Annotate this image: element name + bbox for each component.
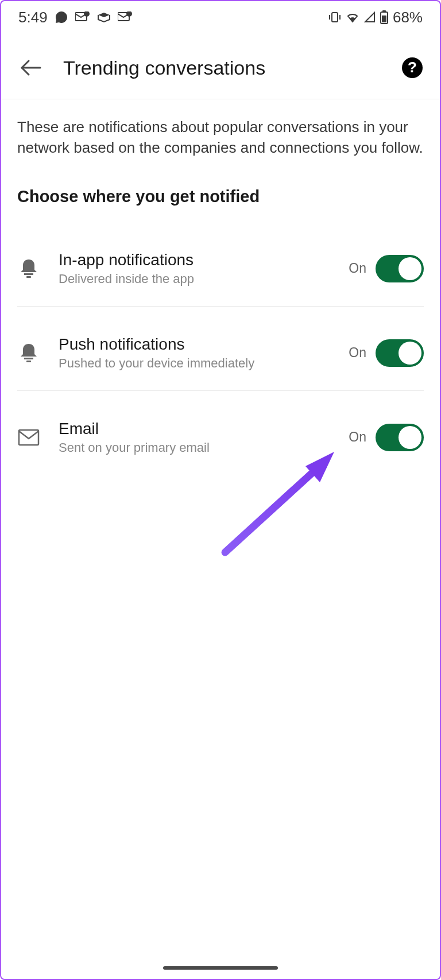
vibrate-icon [328,11,341,23]
home-indicator[interactable] [163,966,278,970]
setting-control: On [349,255,424,282]
toggle-knob [399,342,421,365]
setting-subtitle: Pushed to your device immediately [59,356,349,371]
svg-rect-4 [332,13,338,22]
setting-email: Email Sent on your primary email On [17,409,424,475]
battery-icon [380,10,388,24]
svg-rect-13 [24,273,33,275]
bell-icon [17,257,40,280]
signal-icon [364,11,376,23]
toggle-label: On [349,429,366,445]
svg-text:?: ? [408,59,417,76]
setting-text: In-app notifications Delivered inside th… [59,251,349,286]
mail-icon-1 [75,11,90,23]
toggle-push[interactable] [376,339,424,367]
status-bar-right: 68% [328,9,423,26]
setting-control: On [349,424,424,451]
setting-push: Push notifications Pushed to your device… [17,325,424,391]
setting-subtitle: Delivered inside the app [59,272,349,286]
wifi-icon [346,11,359,23]
toggle-inapp[interactable] [376,255,424,282]
page-description: These are notifications about popular co… [17,117,424,158]
status-bar-left: 5:49 [18,9,133,26]
setting-title: Push notifications [59,335,349,354]
battery-percent: 68% [393,9,423,26]
toggle-label: On [349,261,366,276]
mail-icon-2 [118,11,133,23]
setting-text: Email Sent on your primary email [59,420,349,455]
content: These are notifications about popular co… [1,99,440,510]
section-heading: Choose where you get notified [17,187,424,206]
svg-point-3 [126,11,132,17]
svg-point-1 [84,11,90,17]
setting-title: Email [59,420,349,438]
toggle-label: On [349,345,366,361]
page-title: Trending conversations [63,57,401,79]
setting-subtitle: Sent on your primary email [59,440,349,455]
toggle-knob [399,257,421,280]
back-button[interactable] [17,54,45,82]
status-time: 5:49 [18,9,48,26]
svg-rect-15 [24,358,33,359]
svg-rect-14 [26,276,31,278]
setting-text: Push notifications Pushed to your device… [59,335,349,371]
svg-rect-17 [19,430,38,445]
setting-control: On [349,339,424,367]
help-button[interactable]: ? [401,56,424,79]
setting-title: In-app notifications [59,251,349,269]
page-header: Trending conversations ? [1,33,440,99]
toggle-email[interactable] [376,424,424,451]
svg-rect-16 [26,361,31,362]
box-icon [97,11,111,23]
svg-rect-8 [382,10,386,12]
bell-icon [17,342,40,365]
setting-inapp: In-app notifications Delivered inside th… [17,241,424,307]
svg-rect-9 [382,16,386,22]
toggle-knob [399,426,421,449]
chat-icon [55,10,68,24]
email-icon [17,426,40,449]
status-bar: 5:49 68% [1,1,440,33]
